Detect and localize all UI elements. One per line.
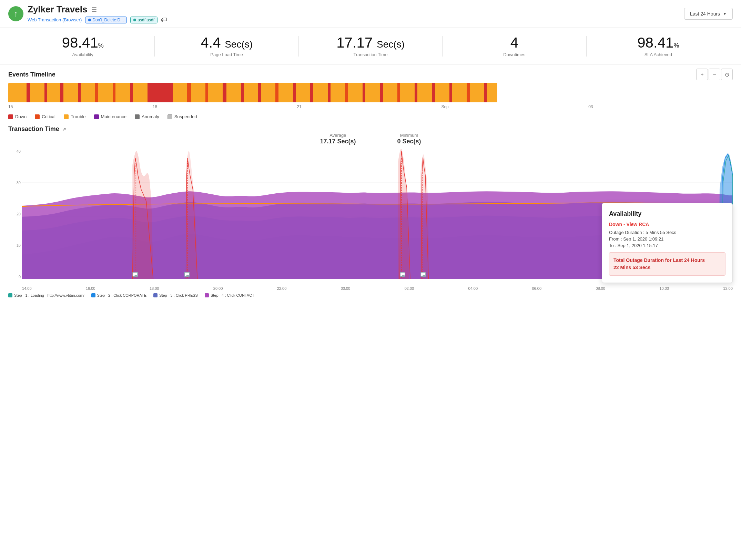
downtimes-label: Downtimes [443,52,586,57]
legend-trouble: Trouble [64,114,86,119]
events-timeline-title: Events Timeline [8,71,55,78]
popup-outage-duration: Outage Duration : 5 Mins 55 Secs [609,230,725,235]
x-axis-labels: 14:00 16:00 18:00 20:00 22:00 00:00 02:0… [22,286,733,291]
chart-wrapper: 40 30 20 10 0 [0,148,741,291]
tx-time-value: 17.17 Sec(s) [299,35,442,51]
chart-stats: Average 17.17 Sec(s) Minimum 0 Sec(s) [0,133,741,145]
header-left: ↑ Zylker Travels ☰ Web Transaction (Brow… [8,4,167,23]
zoom-controls: + − ⊙ [696,69,733,80]
popup-down-link[interactable]: Down - View RCA [609,222,725,227]
header-title-col: Zylker Travels ☰ Web Transaction (Browse… [28,4,167,23]
stat-tx-time: 17.17 Sec(s) Transaction Time [299,35,442,57]
time-range-dropdown[interactable]: Last 24 Hours ▼ [684,8,733,20]
popup-to: To : Sep 1, 2020 1:15:17 [609,243,725,248]
zoom-out-button[interactable]: − [709,69,720,80]
web-transaction-link[interactable]: Web Transaction (Browser) [28,17,82,22]
chart-legend-step3: Step - 3 : Click PRESS [153,293,198,297]
tag-asdf[interactable]: asdf:asdf [130,17,158,23]
availability-value: 98.41% [11,35,154,51]
chart-legend: Step - 1 : Loading - http://www.vtitan.c… [0,291,741,300]
sla-value: 98.41% [587,35,730,51]
header-subtitle: Web Transaction (Browser) Don't_Delete:D… [28,16,167,23]
availability-label: Availability [11,52,154,57]
chart-legend-step4: Step - 4 : Click CONTACT [205,293,254,297]
status-indicator: ↑ [8,6,23,21]
timeline-labels: 15 18 21 Sep 03 [8,103,733,111]
tx-time-label: Transaction Time [299,52,442,57]
page-load-label: Page Load Time [155,52,298,57]
stat-page-load: 4.4 Sec(s) Page Load Time [155,35,298,57]
popup-total-outage-box: Total Outage Duration for Last 24 Hours … [609,252,725,276]
menu-icon[interactable]: ☰ [91,6,97,13]
legend: Down Critical Trouble Maintenance Anomal… [0,111,741,123]
y-axis: 40 30 20 10 0 [8,148,22,286]
stat-sla: 98.41% SLA Achieved [587,35,730,57]
availability-popup: Availability Down - View RCA Outage Dura… [602,203,733,283]
legend-suspended: Suspended [168,114,197,119]
zoom-in-button[interactable]: + [696,69,708,80]
external-link-icon[interactable]: ↗ [62,126,66,132]
chart-legend-step1: Step - 1 : Loading - http://www.vtitan.c… [8,293,84,297]
zoom-reset-button[interactable]: ⊙ [721,69,733,80]
timeline-container: 15 18 21 Sep 03 [0,83,741,111]
popup-from: From : Sep 1, 2020 1:09:21 [609,236,725,242]
timeline-bar[interactable] [8,83,733,102]
tag-add-icon[interactable]: 🏷 [161,16,167,23]
app-header: ↑ Zylker Travels ☰ Web Transaction (Brow… [0,0,741,28]
sla-label: SLA Achieved [587,52,730,57]
transaction-time-title: Transaction Time ↗ [8,125,733,133]
legend-down: Down [8,114,27,119]
dropdown-arrow-icon: ▼ [723,11,727,16]
chart-stat-average: Average 17.17 Sec(s) [320,133,356,145]
legend-anomaly: Anomaly [135,114,159,119]
stat-downtimes: 4 Downtimes [443,35,586,57]
popup-total-outage-value: 22 Mins 53 Secs [613,264,721,271]
transaction-time-section: Transaction Time ↗ [0,123,741,133]
chart-legend-step2: Step - 2 : Click CORPORATE [91,293,146,297]
legend-maintenance: Maintenance [94,114,126,119]
downtimes-value: 4 [443,35,586,51]
app-title: Zylker Travels [28,4,87,15]
stat-availability: 98.41% Availability [11,35,154,57]
legend-critical: Critical [35,114,55,119]
stats-row: 98.41% Availability 4.4 Sec(s) Page Load… [0,28,741,64]
popup-total-outage-title: Total Outage Duration for Last 24 Hours [613,257,721,264]
page-load-value: 4.4 Sec(s) [155,35,298,51]
tag-dont-delete[interactable]: Don't_Delete:D... [85,17,127,23]
popup-title: Availability [609,210,725,217]
chart-stat-minimum: Minimum 0 Sec(s) [397,133,421,145]
events-timeline-header: Events Timeline + − ⊙ [0,64,741,83]
